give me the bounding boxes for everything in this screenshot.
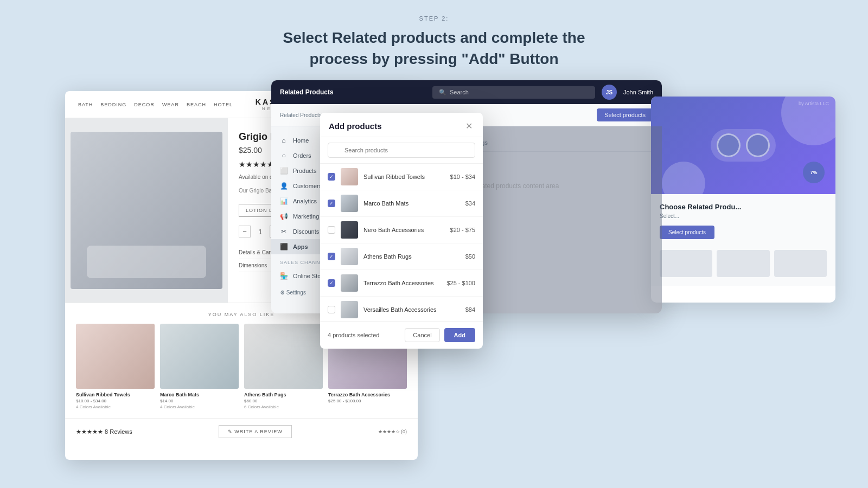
modal-product-item-2: Marco Bath Mats $34 — [320, 190, 483, 217]
instruction-title: Select Related products and complete the… — [0, 27, 868, 69]
promo-window: 7% by Artista LLC Choose Related Produ..… — [651, 97, 835, 303]
promo-decoration-2 — [662, 162, 705, 194]
promo-choose-text: Choose Related Produ... — [660, 203, 827, 211]
sidebar-label-analytics: Analytics — [293, 198, 317, 204]
also-like-thumb-1 — [76, 324, 155, 389]
also-like-name-2: Marco Bath Mats — [160, 392, 239, 397]
nav-bath[interactable]: BATH — [78, 102, 93, 107]
promo-bottom: Choose Related Produ... Select... Select… — [651, 194, 835, 286]
nav-wear[interactable]: WEAR — [162, 102, 179, 107]
store-icon: 🏪 — [280, 272, 288, 280]
also-like-name-1: Sullivan Ribbed Towels — [76, 392, 155, 397]
modal-cancel-button[interactable]: Cancel — [405, 328, 439, 342]
modal-checkbox-4[interactable] — [328, 253, 335, 260]
modal-search-wrap: 🔍 — [328, 143, 475, 158]
admin-search[interactable]: 🔍 Search — [432, 86, 595, 99]
modal-header: Add products ✕ — [320, 113, 483, 137]
also-like-item-2: Marco Bath Mats $14.00 4 Colors Availabl… — [160, 324, 239, 409]
promo-sunglasses — [711, 129, 776, 162]
also-like-name-4: Terrazzo Bath Accessories — [328, 392, 407, 397]
modal-product-name-5: Terrazzo Bath Accessories — [363, 280, 441, 286]
modal-product-name-6: Versailles Bath Accessories — [363, 306, 460, 313]
modal-thumb-6 — [341, 301, 358, 318]
modal-selected-count: 4 products selected — [328, 332, 379, 338]
nav-beach[interactable]: BEACH — [187, 102, 206, 107]
nav-bedding[interactable]: BEDDING — [100, 102, 126, 107]
add-products-modal: Add products ✕ 🔍 Sullivan Ribbed Towels … — [320, 113, 483, 349]
write-review-btn[interactable]: ✎ WRITE A REVIEW — [219, 425, 292, 438]
modal-product-item-5: Terrazzo Bath Accessories $25 - $100 — [320, 270, 483, 297]
also-like-colors-2: 4 Colors Available — [160, 404, 239, 409]
modal-product-item-1: Sullivan Ribbed Towels $10 - $34 — [320, 164, 483, 190]
modal-product-name-1: Sullivan Ribbed Towels — [363, 174, 445, 180]
modal-product-price-5: $25 - $100 — [446, 280, 475, 286]
step-label: STEP 2: — [0, 15, 868, 22]
promo-grid-item-3 — [774, 250, 827, 277]
modal-footer: 4 products selected Cancel Add — [320, 321, 483, 349]
also-like-price-1: $10.00 - $34.00 — [76, 399, 155, 403]
modal-product-list: Sullivan Ribbed Towels $10 - $34 Marco B… — [320, 164, 483, 321]
modal-product-name-2: Marco Bath Mats — [363, 200, 460, 207]
search-icon: 🔍 — [439, 89, 446, 96]
modal-product-price-6: $84 — [465, 306, 475, 313]
sidebar-label-customers: Customers — [293, 183, 322, 189]
also-like-price-2: $14.00 — [160, 399, 239, 403]
marketing-icon: 📢 — [280, 213, 288, 220]
modal-product-price-3: $20 - $75 — [450, 227, 475, 233]
modal-add-button[interactable]: Add — [444, 328, 475, 342]
modal-thumb-3 — [341, 221, 358, 239]
modal-search-input[interactable] — [328, 143, 475, 158]
analytics-icon: 📊 — [280, 197, 288, 205]
promo-select-products-btn[interactable]: Select products — [660, 226, 714, 239]
promo-grid — [660, 250, 827, 277]
review-area: ★★★★★ 8 Reviews ✎ WRITE A REVIEW ★★★★☆ (… — [65, 418, 418, 445]
promo-select-label: Select... — [660, 213, 827, 219]
select-products-button[interactable]: Select products — [597, 108, 653, 121]
modal-product-name-3: Nero Bath Accessories — [363, 227, 445, 233]
modal-thumb-4 — [341, 248, 358, 265]
admin-topbar-title: Related Products — [280, 88, 426, 96]
modal-checkbox-1[interactable] — [328, 173, 335, 181]
sidebar-label-marketing: Marketing — [293, 213, 319, 220]
admin-user-name: John Smith — [623, 89, 653, 95]
sidebar-label-orders: Orders — [293, 152, 311, 159]
promo-grid-item-2 — [717, 250, 769, 277]
admin-topbar: Related Products 🔍 Search JS John Smith — [271, 80, 662, 104]
also-like-price-3: $60.00 — [244, 399, 323, 403]
modal-checkbox-3[interactable] — [328, 226, 335, 234]
modal-checkbox-6[interactable] — [328, 306, 335, 313]
sidebar-label-home: Home — [293, 137, 309, 144]
also-like-name-3: Athens Bath Pugs — [244, 392, 323, 397]
modal-product-name-4: Athens Bath Rugs — [363, 253, 460, 260]
sidebar-label-apps: Apps — [293, 243, 308, 250]
products-icon: ⬜ — [280, 167, 288, 175]
nav-decor[interactable]: DECOR — [134, 102, 155, 107]
modal-footer-btns: Cancel Add — [405, 328, 475, 342]
modal-thumb-2 — [341, 195, 358, 212]
also-like-thumb-2 — [160, 324, 239, 389]
apps-icon: ⬛ — [280, 243, 288, 251]
discounts-icon: ✂ — [280, 228, 288, 235]
promo-discount-badge: 7% — [803, 162, 825, 183]
modal-close-button[interactable]: ✕ — [463, 120, 474, 131]
modal-search-area: 🔍 — [320, 137, 483, 164]
modal-checkbox-5[interactable] — [328, 279, 335, 287]
search-placeholder: Search — [450, 89, 469, 95]
promo-grid-item-1 — [660, 250, 712, 277]
modal-title: Add products — [329, 121, 382, 131]
orders-icon: ○ — [280, 152, 288, 159]
modal-product-item-3: Nero Bath Accessories $20 - $75 — [320, 217, 483, 243]
also-like-colors-1: 4 Colors Available — [76, 404, 155, 409]
modal-product-price-1: $10 - $34 — [450, 174, 475, 180]
customers-icon: 👤 — [280, 182, 288, 190]
nav-hotel[interactable]: HOTEL — [214, 102, 233, 107]
qty-decrease[interactable]: − — [239, 226, 251, 237]
modal-checkbox-2[interactable] — [328, 200, 335, 207]
bath-product-img — [71, 132, 222, 289]
modal-product-item-6: Versailles Bath Accessories $84 — [320, 297, 483, 321]
home-icon: ⌂ — [280, 137, 288, 144]
also-like-item-3: Athens Bath Pugs $60.00 6 Colors Availab… — [244, 324, 323, 409]
store-nav-links: BATH BEDDING DECOR WEAR BEACH HOTEL — [78, 102, 233, 107]
modal-thumb-1 — [341, 168, 358, 185]
by-label: by Artista LLC — [799, 101, 829, 106]
